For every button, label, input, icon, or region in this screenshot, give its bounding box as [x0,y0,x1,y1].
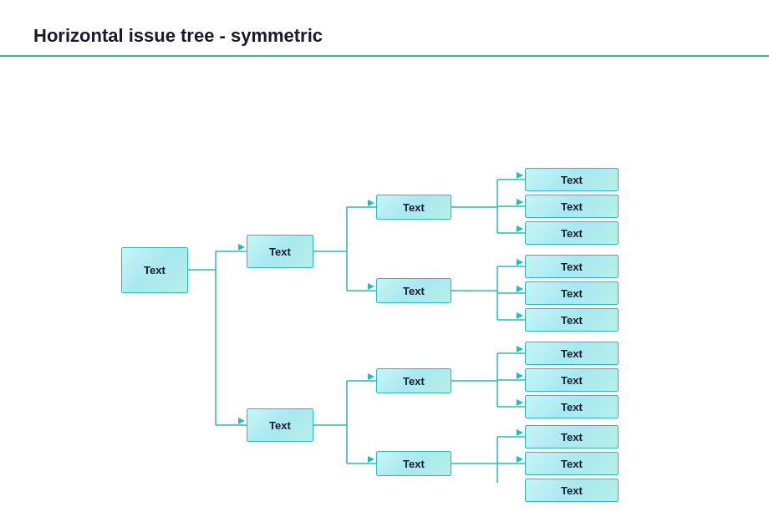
page-title: Horizontal issue tree - symmetric [33,25,736,47]
svg-marker-46 [517,399,523,406]
node-l2-tb[interactable]: Text [376,278,451,303]
svg-marker-36 [368,373,374,380]
diagram-area: Text Text Text Text Text Text Text Text … [0,57,769,483]
svg-marker-39 [517,199,523,205]
svg-marker-34 [368,200,374,206]
svg-marker-43 [517,312,523,319]
svg-marker-38 [517,172,523,179]
node-l3-8[interactable]: Text [525,368,619,392]
node-l3-12[interactable]: Text [525,479,619,502]
node-l3-10[interactable]: Text [525,425,619,448]
svg-marker-33 [238,418,245,424]
svg-marker-40 [517,225,523,232]
svg-marker-48 [517,456,523,463]
node-l1-top[interactable]: Text [247,235,313,268]
node-l2-tt[interactable]: Text [376,195,451,220]
node-l3-2[interactable]: Text [525,195,619,218]
connectors-svg [0,57,769,483]
svg-marker-45 [517,372,523,379]
node-l3-7[interactable]: Text [525,342,619,365]
node-l3-4[interactable]: Text [525,255,619,278]
node-l3-6[interactable]: Text [525,308,619,332]
svg-marker-37 [368,456,374,463]
svg-marker-41 [517,259,523,266]
node-l3-1[interactable]: Text [525,168,619,191]
svg-marker-44 [517,346,523,352]
svg-marker-42 [517,286,523,292]
svg-marker-35 [368,283,374,290]
svg-marker-32 [238,244,245,251]
svg-marker-47 [517,429,523,436]
node-l3-3[interactable]: Text [525,221,619,245]
node-root[interactable]: Text [121,247,188,293]
node-l3-5[interactable]: Text [525,281,619,305]
node-l2-bt[interactable]: Text [376,368,451,393]
node-l3-11[interactable]: Text [525,452,619,475]
node-l2-bb[interactable]: Text [376,451,451,476]
node-l3-9[interactable]: Text [525,395,619,418]
page-header: Horizontal issue tree - symmetric [0,0,769,57]
node-l1-bot[interactable]: Text [247,408,313,442]
